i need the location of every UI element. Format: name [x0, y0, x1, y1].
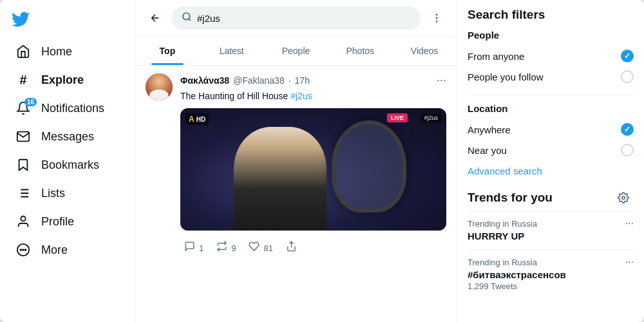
advanced-search-link[interactable]: Advanced search [468, 166, 542, 176]
near-you-radio[interactable] [621, 144, 634, 156]
near-you-option[interactable]: Near you [468, 140, 634, 160]
like-count: 81 [263, 243, 272, 253]
sidebar-item-more[interactable]: More [8, 236, 127, 264]
sidebar-item-home[interactable]: Home [8, 37, 127, 66]
trends-settings-button[interactable] [613, 187, 634, 208]
tweet-time: 17h [295, 75, 310, 86]
sidebar-item-lists[interactable]: Lists [8, 179, 127, 207]
app-window: Home # Explore Notifications 16 Messages [0, 0, 644, 322]
tweet-content: Φακλάνα38 @Faklana38 · 17h ··· The Haunt… [180, 73, 446, 259]
svg-point-14 [436, 14, 437, 15]
retweet-count: 9 [231, 243, 236, 253]
trend-name-2: #битваэкстрасенсов [468, 269, 634, 280]
channel-logo: A [189, 115, 194, 124]
back-button[interactable] [146, 8, 165, 28]
tweet-image: A HD LIVE #j2us [180, 108, 446, 231]
location-filter-group-title: Location [468, 103, 634, 114]
image-hashtag: #j2us [421, 113, 441, 122]
sidebar-item-lists-label: Lists [41, 187, 65, 200]
trend-item-1[interactable]: Trending in Russia ··· HURRRY UP [468, 211, 634, 249]
svg-point-16 [436, 21, 437, 23]
tab-top[interactable]: Top [135, 37, 200, 65]
tabs-row: Top Latest People Photos Videos [135, 37, 457, 66]
near-you-label: Near you [468, 145, 507, 156]
tweet-user-handle: @Faklana38 [233, 75, 285, 86]
svg-point-15 [436, 17, 437, 19]
sidebar: Home # Explore Notifications 16 Messages [0, 0, 135, 322]
trend-more-1[interactable]: ··· [625, 218, 634, 229]
sidebar-item-explore-label: Explore [41, 73, 84, 87]
trend-count-2: 1,299 Tweets [468, 281, 634, 291]
trend-location-2: Trending in Russia [468, 258, 537, 267]
bookmarks-icon [15, 157, 31, 173]
hd-badge: A HD [185, 113, 209, 125]
performer-figure [234, 127, 327, 231]
retweet-icon [216, 241, 227, 255]
svg-point-10 [25, 249, 26, 251]
sidebar-item-profile-label: Profile [41, 215, 74, 229]
search-icon [182, 12, 192, 24]
sidebar-item-messages[interactable]: Messages [8, 122, 127, 151]
reply-count: 1 [199, 243, 204, 253]
people-you-follow-option[interactable]: People you follow [468, 66, 634, 87]
like-icon [249, 241, 260, 255]
explore-icon: # [15, 72, 31, 88]
svg-point-8 [20, 249, 21, 251]
people-you-follow-label: People you follow [468, 71, 544, 82]
from-anyone-label: From anyone [468, 51, 524, 62]
tab-people[interactable]: People [264, 37, 328, 65]
tab-videos[interactable]: Videos [392, 37, 457, 65]
filter-section-title: Search filters [468, 8, 634, 22]
sidebar-item-notifications-label: Notifications [41, 102, 104, 115]
from-anyone-radio[interactable] [621, 50, 634, 62]
sidebar-item-more-label: More [41, 243, 68, 257]
svg-point-12 [183, 13, 190, 20]
main-content: Top Latest People Photos Videos Φακλάνα3… [135, 0, 457, 322]
trend-meta-1: Trending in Russia ··· [468, 218, 634, 229]
share-button[interactable] [282, 237, 306, 259]
live-badge: LIVE [387, 113, 408, 122]
sidebar-item-messages-label: Messages [41, 130, 94, 144]
trend-name-1: HURRRY UP [468, 231, 634, 242]
sidebar-item-notifications[interactable]: Notifications 16 [8, 94, 127, 122]
avatar [146, 73, 173, 100]
sidebar-item-bookmarks[interactable]: Bookmarks [8, 151, 127, 179]
twitter-logo[interactable] [8, 6, 33, 32]
people-you-follow-radio[interactable] [621, 70, 634, 83]
svg-line-13 [189, 19, 191, 21]
sidebar-item-bookmarks-label: Bookmarks [41, 158, 99, 172]
svg-point-9 [23, 249, 24, 251]
sidebar-item-explore[interactable]: # Explore [8, 66, 127, 94]
profile-icon [15, 214, 31, 229]
trend-location-1: Trending in Russia [468, 219, 537, 229]
search-filters-section: Search filters People From anyone People… [468, 8, 634, 177]
reply-button[interactable]: 1 [180, 237, 213, 259]
tab-latest[interactable]: Latest [200, 37, 264, 65]
trend-meta-2: Trending in Russia ··· [468, 256, 634, 268]
share-icon [286, 241, 297, 255]
anywhere-radio[interactable] [621, 123, 634, 136]
anywhere-label: Anywhere [468, 124, 511, 135]
anywhere-option[interactable]: Anywhere [468, 119, 634, 140]
trend-item-2[interactable]: Trending in Russia ··· #битваэкстрасенсо… [468, 249, 634, 298]
trends-section: Trends for you Trending in Russia ··· HU… [468, 187, 634, 298]
search-more-button[interactable] [427, 8, 446, 28]
more-icon [15, 242, 31, 258]
search-input[interactable] [197, 13, 410, 24]
retweet-button[interactable]: 9 [213, 237, 245, 259]
trends-title: Trends for you [468, 191, 553, 205]
messages-icon [15, 129, 31, 144]
tweet-hashtag-link[interactable]: #j2us [290, 91, 312, 101]
tab-photos[interactable]: Photos [328, 37, 392, 65]
search-input-wrap [171, 6, 421, 30]
sidebar-item-profile[interactable]: Profile [8, 207, 127, 236]
avatar-image [146, 73, 173, 100]
from-anyone-option[interactable]: From anyone [468, 46, 634, 66]
tweet-actions: 1 9 [180, 237, 446, 259]
filter-divider-1 [468, 95, 634, 95]
right-panel: Search filters People From anyone People… [457, 0, 644, 322]
tweet-more-button[interactable]: ··· [437, 73, 446, 87]
trend-more-2[interactable]: ··· [625, 256, 634, 268]
like-button[interactable]: 81 [245, 237, 281, 259]
mirror-prop [332, 120, 406, 213]
